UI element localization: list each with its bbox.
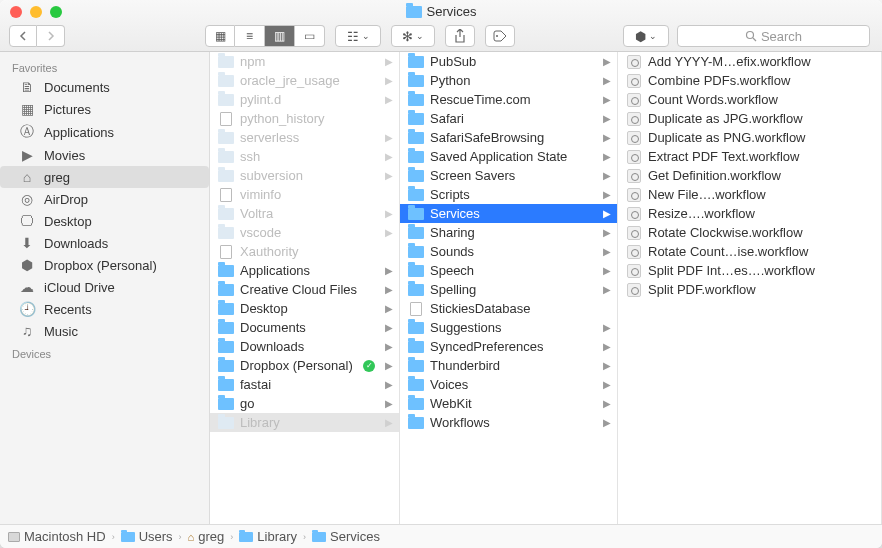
icon-view-button[interactable]: ▦ xyxy=(205,25,235,47)
file-row[interactable]: vscode▶ xyxy=(210,223,399,242)
file-row[interactable]: Thunderbird▶ xyxy=(400,356,617,375)
file-row[interactable]: New File….workflow xyxy=(618,185,881,204)
sidebar-item-downloads[interactable]: ⬇Downloads xyxy=(0,232,209,254)
column-1[interactable]: npm▶oracle_jre_usage▶pylint.d▶python_his… xyxy=(210,52,400,524)
file-row[interactable]: SyncedPreferences▶ xyxy=(400,337,617,356)
file-row[interactable]: Creative Cloud Files▶ xyxy=(210,280,399,299)
sidebar-item-documents[interactable]: 🗎Documents xyxy=(0,76,209,98)
file-row[interactable]: RescueTime.com▶ xyxy=(400,90,617,109)
file-row[interactable]: Dropbox (Personal)✓▶ xyxy=(210,356,399,375)
file-row[interactable]: Speech▶ xyxy=(400,261,617,280)
file-row[interactable]: Add YYYY-M…efix.workflow xyxy=(618,52,881,71)
sidebar-item-applications[interactable]: ⒶApplications xyxy=(0,120,209,144)
file-row[interactable]: Desktop▶ xyxy=(210,299,399,318)
file-row[interactable]: npm▶ xyxy=(210,52,399,71)
gallery-view-button[interactable]: ▭ xyxy=(295,25,325,47)
sidebar-item-movies[interactable]: ▶Movies xyxy=(0,144,209,166)
column-view-button[interactable]: ▥ xyxy=(265,25,295,47)
file-label: Documents xyxy=(240,320,306,335)
file-row[interactable]: Downloads▶ xyxy=(210,337,399,356)
file-row[interactable]: oracle_jre_usage▶ xyxy=(210,71,399,90)
file-row[interactable]: Scripts▶ xyxy=(400,185,617,204)
sidebar-item-pictures[interactable]: ▦Pictures xyxy=(0,98,209,120)
file-row[interactable]: Split PDF.workflow xyxy=(618,280,881,299)
disclosure-arrow-icon: ▶ xyxy=(603,94,611,105)
file-row[interactable]: Safari▶ xyxy=(400,109,617,128)
share-button[interactable] xyxy=(445,25,475,47)
file-row[interactable]: Library▶ xyxy=(210,413,399,432)
file-row[interactable]: Duplicate as JPG.workflow xyxy=(618,109,881,128)
disclosure-arrow-icon: ▶ xyxy=(603,341,611,352)
column-3[interactable]: Add YYYY-M…efix.workflowCombine PDFs.wor… xyxy=(618,52,882,524)
disclosure-arrow-icon: ▶ xyxy=(385,265,393,276)
file-row[interactable]: Split PDF Int…es….workflow xyxy=(618,261,881,280)
column-2[interactable]: PubSub▶Python▶RescueTime.com▶Safari▶Safa… xyxy=(400,52,618,524)
file-row[interactable]: Sounds▶ xyxy=(400,242,617,261)
file-row[interactable]: Voices▶ xyxy=(400,375,617,394)
file-label: Rotate Count…ise.workflow xyxy=(648,244,808,259)
recents-icon: 🕘 xyxy=(18,301,36,317)
file-label: Services xyxy=(430,206,480,221)
file-row[interactable]: Get Definition.workflow xyxy=(618,166,881,185)
file-row[interactable]: serverless▶ xyxy=(210,128,399,147)
file-row[interactable]: subversion▶ xyxy=(210,166,399,185)
workflow-icon xyxy=(626,55,642,69)
path-segment[interactable]: Services xyxy=(312,529,380,544)
file-row[interactable]: pylint.d▶ xyxy=(210,90,399,109)
file-row[interactable]: Documents▶ xyxy=(210,318,399,337)
folder-icon xyxy=(408,227,424,239)
path-segment[interactable]: Library xyxy=(239,529,297,544)
file-row[interactable]: Python▶ xyxy=(400,71,617,90)
folder-icon xyxy=(218,379,234,391)
sidebar-item-desktop[interactable]: 🖵Desktop xyxy=(0,210,209,232)
path-segment[interactable]: Macintosh HD xyxy=(8,529,106,544)
file-row[interactable]: StickiesDatabase xyxy=(400,299,617,318)
sidebar-item-dropbox-personal-[interactable]: ⬢Dropbox (Personal) xyxy=(0,254,209,276)
file-row[interactable]: Count Words.workflow xyxy=(618,90,881,109)
file-row[interactable]: PubSub▶ xyxy=(400,52,617,71)
sidebar-item-icloud-drive[interactable]: ☁iCloud Drive xyxy=(0,276,209,298)
search-field[interactable]: Search xyxy=(677,25,870,47)
file-row[interactable]: go▶ xyxy=(210,394,399,413)
file-row[interactable]: Saved Application State▶ xyxy=(400,147,617,166)
file-row[interactable]: Resize….workflow xyxy=(618,204,881,223)
file-row[interactable]: WebKit▶ xyxy=(400,394,617,413)
file-row[interactable]: Rotate Clockwise.workflow xyxy=(618,223,881,242)
file-row[interactable]: Rotate Count…ise.workflow xyxy=(618,242,881,261)
file-row[interactable]: Screen Savers▶ xyxy=(400,166,617,185)
file-row[interactable]: fastai▶ xyxy=(210,375,399,394)
sidebar-item-recents[interactable]: 🕘Recents xyxy=(0,298,209,320)
tags-button[interactable] xyxy=(485,25,515,47)
path-separator-icon: › xyxy=(303,532,306,542)
arrange-button[interactable]: ☷⌄ xyxy=(335,25,381,47)
home-icon: ⌂ xyxy=(188,531,195,543)
forward-button[interactable] xyxy=(37,25,65,47)
file-row[interactable]: viminfo xyxy=(210,185,399,204)
file-row[interactable]: Spelling▶ xyxy=(400,280,617,299)
file-row[interactable]: Sharing▶ xyxy=(400,223,617,242)
back-button[interactable] xyxy=(9,25,37,47)
file-row[interactable]: Xauthority xyxy=(210,242,399,261)
disk-icon xyxy=(8,532,20,542)
file-row[interactable]: python_history xyxy=(210,109,399,128)
dropbox-button[interactable]: ⬢⌄ xyxy=(623,25,669,47)
file-row[interactable]: Workflows▶ xyxy=(400,413,617,432)
file-row[interactable]: Duplicate as PNG.workflow xyxy=(618,128,881,147)
gallery-icon: ▭ xyxy=(304,29,315,43)
sidebar-item-music[interactable]: ♫Music xyxy=(0,320,209,342)
file-row[interactable]: SafariSafeBrowsing▶ xyxy=(400,128,617,147)
action-button[interactable]: ✻⌄ xyxy=(391,25,435,47)
file-row[interactable]: Applications▶ xyxy=(210,261,399,280)
path-segment[interactable]: ⌂greg xyxy=(188,529,225,544)
list-view-button[interactable]: ≡ xyxy=(235,25,265,47)
file-row[interactable]: Combine PDFs.workflow xyxy=(618,71,881,90)
path-segment[interactable]: Users xyxy=(121,529,173,544)
file-row[interactable]: Suggestions▶ xyxy=(400,318,617,337)
file-row[interactable]: Services▶ xyxy=(400,204,617,223)
sidebar-item-greg[interactable]: ⌂greg xyxy=(0,166,209,188)
file-row[interactable]: Extract PDF Text.workflow xyxy=(618,147,881,166)
sidebar-item-airdrop[interactable]: ◎AirDrop xyxy=(0,188,209,210)
file-row[interactable]: ssh▶ xyxy=(210,147,399,166)
folder-icon xyxy=(408,189,424,201)
file-row[interactable]: Voltra▶ xyxy=(210,204,399,223)
